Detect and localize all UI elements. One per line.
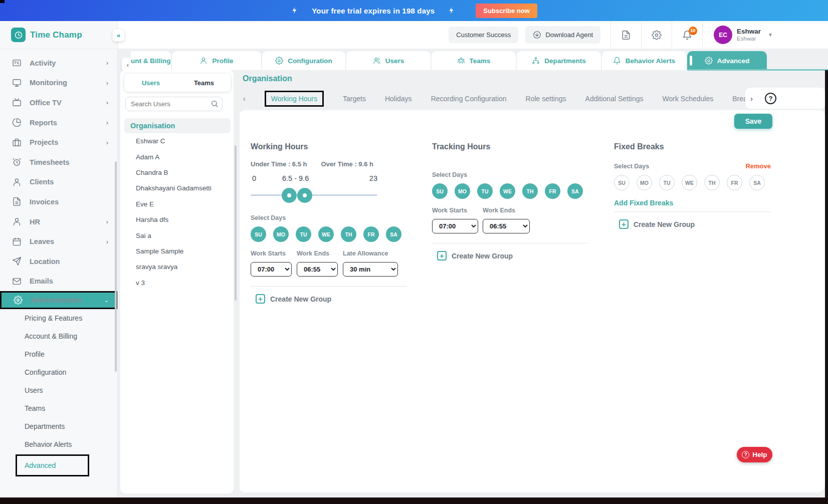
document-icon[interactable] (621, 30, 631, 40)
tab-departments[interactable]: Departments (517, 51, 601, 70)
sidebar-item-hr[interactable]: HR› (0, 212, 117, 232)
organisation-group-header[interactable]: Organisation (124, 118, 231, 133)
subtab-holidays[interactable]: Holidays (385, 95, 412, 103)
customer-success-button[interactable]: Customer Success (449, 27, 518, 43)
subscribe-now-button[interactable]: Subscribe now (476, 4, 537, 18)
sidebar-item-clients[interactable]: Clients (0, 172, 117, 192)
tab-configuration[interactable]: Configuration (262, 51, 345, 70)
help-question-icon[interactable]: ? (765, 93, 776, 104)
subtab-breaks-con[interactable]: Breaks Con (732, 95, 745, 103)
sidebar-subitem-configuration[interactable]: Configuration (0, 363, 117, 381)
user-list-item[interactable]: Sai a (120, 227, 234, 243)
sidebar-collapse-button[interactable]: « (112, 29, 125, 42)
toggle-teams[interactable]: Teams (177, 74, 231, 92)
sidebar-item-activity[interactable]: Activity› (0, 53, 117, 73)
sidebar-item-timesheets[interactable]: Timesheets (0, 152, 117, 172)
day-toggle-tu[interactable]: TU (296, 226, 311, 242)
day-toggle-tu[interactable]: TU (659, 175, 675, 190)
day-toggle-sa[interactable]: SA (749, 175, 765, 190)
sidebar-subitem-behavior-alerts[interactable]: Behavior Alerts (0, 435, 117, 453)
fixed-breaks-create-new-group[interactable]: + Create New Group (614, 216, 771, 229)
sidebar-item-leaves[interactable]: Leaves› (0, 231, 117, 251)
tab-unt-billing[interactable]: unt & Billing (131, 51, 171, 70)
slider-handle-over[interactable] (297, 188, 312, 203)
slider-handle-under[interactable] (282, 188, 297, 203)
day-toggle-fr[interactable]: FR (545, 183, 560, 199)
sidebar-item-administration[interactable]: Administration⌄ (0, 291, 117, 309)
sidebar-subitem-departments[interactable]: Departments (0, 417, 117, 435)
sidebar-subitem-teams[interactable]: Teams (0, 399, 117, 417)
subtab-working-hours[interactable]: Working Hours (265, 91, 324, 107)
work-starts-select[interactable]: 07:00 (251, 262, 292, 277)
subtabs-scroll-right-icon[interactable]: › (750, 94, 753, 103)
sidebar-item-projects[interactable]: Projects› (0, 132, 117, 152)
sidebar-item-location[interactable]: Location (0, 251, 117, 272)
sidebar-subitem-account-billing[interactable]: Account & Billing (0, 327, 117, 345)
sidebar-item-invoices[interactable]: Invoices (0, 192, 117, 212)
day-toggle-sa[interactable]: SA (567, 183, 583, 199)
day-toggle-th[interactable]: TH (341, 226, 356, 242)
notifications-bell-icon[interactable]: 10 (682, 30, 692, 40)
sidebar-subitem-pricing-features[interactable]: Pricing & Features (0, 309, 117, 327)
subtab-targets[interactable]: Targets (343, 95, 366, 103)
day-toggle-we[interactable]: WE (682, 175, 697, 190)
tracking-work-starts-select[interactable]: 07:00 (432, 219, 478, 233)
subtab-recording-configuration[interactable]: Recording Configuration (431, 95, 507, 103)
sidebar-item-reports[interactable]: Reports› (0, 113, 117, 133)
sidebar-subitem-users[interactable]: Users (0, 381, 117, 399)
tracking-work-ends-select[interactable]: 06:55 (483, 219, 530, 233)
user-list-item[interactable]: Adam A (120, 149, 234, 164)
day-toggle-mo[interactable]: MO (455, 183, 470, 199)
day-toggle-fr[interactable]: FR (727, 175, 742, 190)
tab-behavior-alerts[interactable]: Behavior Alerts (602, 51, 686, 70)
day-toggle-tu[interactable]: TU (477, 183, 493, 199)
subtab-work-schedules[interactable]: Work Schedules (663, 95, 714, 103)
day-toggle-we[interactable]: WE (500, 183, 515, 199)
tab-users[interactable]: Users (346, 51, 431, 70)
sidebar-scrollbar[interactable] (115, 161, 117, 372)
user-list-item[interactable]: v 3 (120, 275, 234, 291)
subtab-additional-settings[interactable]: Additional Settings (585, 95, 644, 103)
user-list-item[interactable]: Sample Sample (120, 243, 234, 259)
save-button[interactable]: Save (734, 114, 772, 129)
user-list-item[interactable]: Eshwar C (120, 133, 234, 149)
user-list-item[interactable]: Chandra B (120, 165, 234, 180)
tab-teams[interactable]: Teams (432, 51, 516, 70)
download-agent-button[interactable]: Download Agent (525, 26, 600, 44)
tracking-hours-create-new-group[interactable]: + Create New Group (432, 248, 588, 261)
settings-gear-icon[interactable] (652, 30, 662, 40)
user-panel-scrollbar[interactable] (235, 145, 237, 301)
user-list-item[interactable]: Harsha dfs (120, 212, 234, 227)
day-toggle-sa[interactable]: SA (386, 226, 401, 242)
sidebar-subitem-profile[interactable]: Profile (0, 345, 117, 363)
day-toggle-th[interactable]: TH (522, 183, 538, 199)
subtabs-scroll-left-icon[interactable]: ‹ (243, 95, 246, 103)
day-toggle-su[interactable]: SU (251, 226, 266, 242)
add-fixed-breaks-link[interactable]: Add Fixed Breaks (614, 199, 771, 207)
day-toggle-su[interactable]: SU (432, 183, 448, 199)
working-hours-create-new-group[interactable]: + Create New Group (251, 291, 407, 304)
tab-advanced[interactable]: Advanced (687, 51, 767, 70)
tab-profile[interactable]: Profile (172, 51, 261, 70)
sidebar-item-monitoring[interactable]: Monitoring› (0, 73, 117, 93)
user-list-item[interactable]: sravya sravya (120, 259, 234, 275)
search-users-input[interactable] (125, 97, 223, 111)
day-toggle-th[interactable]: TH (704, 175, 720, 190)
sidebar-item-emails[interactable]: Emails (0, 272, 117, 292)
day-toggle-fr[interactable]: FR (363, 226, 379, 242)
toggle-users[interactable]: Users (124, 74, 177, 92)
day-toggle-mo[interactable]: MO (273, 226, 289, 242)
help-button[interactable]: ? Help (737, 447, 772, 462)
subtab-role-settings[interactable]: Role settings (526, 95, 566, 103)
late-allowance-select[interactable]: 30 min (343, 262, 398, 277)
user-list-item[interactable]: Eve E (120, 196, 234, 212)
day-toggle-mo[interactable]: MO (637, 175, 652, 190)
remove-link[interactable]: Remove (745, 162, 771, 170)
day-toggle-we[interactable]: WE (318, 226, 334, 242)
day-toggle-su[interactable]: SU (614, 175, 630, 190)
sidebar-subitem-advanced[interactable]: Advanced (16, 454, 89, 476)
user-menu[interactable]: EC Eshwar Eshwar ▼ (714, 26, 773, 44)
work-ends-select[interactable]: 06:55 (297, 262, 338, 277)
sidebar-item-office-tv[interactable]: Office TV› (0, 93, 117, 113)
user-list-item[interactable]: Dhakshayani Gadamsetti (120, 180, 234, 196)
